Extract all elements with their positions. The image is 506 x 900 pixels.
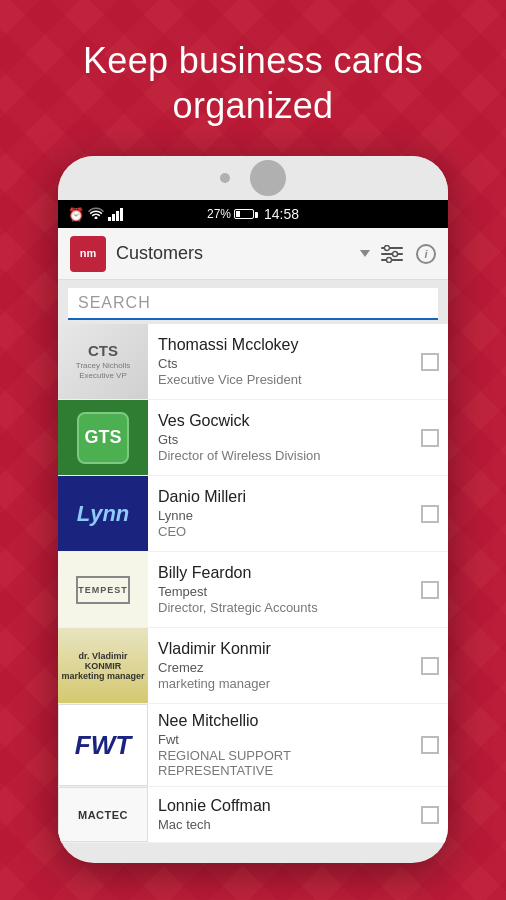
search-placeholder: SEARCH <box>78 294 151 312</box>
contact-name: Vladimir Konmir <box>158 640 402 658</box>
contact-info: Ves Gocwick Gts Director of Wireless Div… <box>148 400 412 475</box>
app-toolbar: nm Customers i <box>58 228 448 280</box>
search-bar[interactable]: SEARCH <box>68 288 438 320</box>
card-thumbnail-gts: GTS <box>58 400 148 475</box>
contact-info: Thomassi Mcclokey Cts Executive Vice Pre… <box>148 324 412 399</box>
phone-wrapper: ⏰ <box>0 156 506 863</box>
app-logo-text: nm <box>80 248 97 259</box>
status-time: 14:58 <box>264 206 299 222</box>
contact-name: Thomassi Mcclokey <box>158 336 402 354</box>
contact-name: Ves Gocwick <box>158 412 402 430</box>
contact-company: Gts <box>158 432 402 447</box>
list-item[interactable]: MACTEC Lonnie Coffman Mac tech <box>58 787 448 843</box>
contact-title: Executive Vice President <box>158 372 402 387</box>
battery-indicator: 27% <box>207 207 254 221</box>
phone-device: ⏰ <box>58 156 448 863</box>
checkbox[interactable] <box>421 657 439 675</box>
contact-info: Vladimir Konmir Cremez marketing manager <box>148 628 412 703</box>
contact-checkbox[interactable] <box>412 704 448 786</box>
contact-checkbox[interactable] <box>412 552 448 627</box>
sort-triangle-icon[interactable] <box>360 250 370 257</box>
contact-title: marketing manager <box>158 676 402 691</box>
battery-icon <box>234 209 254 219</box>
card-thumbnail-fwt: FWT <box>58 704 148 786</box>
list-item[interactable]: Lynn Danio Milleri Lynne CEO <box>58 476 448 552</box>
contact-info: Danio Milleri Lynne CEO <box>148 476 412 551</box>
status-bar: ⏰ <box>58 200 448 228</box>
hero-line2: organized <box>173 85 334 126</box>
contact-title: REGIONAL SUPPORT REPRESENTATIVE <box>158 748 402 778</box>
contact-name: Lonnie Coffman <box>158 797 402 815</box>
contact-info: Nee Mitchellio Fwt REGIONAL SUPPORT REPR… <box>148 704 412 786</box>
contact-checkbox[interactable] <box>412 787 448 842</box>
hero-line1: Keep business cards <box>83 40 423 81</box>
hero-text: Keep business cards organized <box>0 0 506 156</box>
contact-company: Lynne <box>158 508 402 523</box>
card-thumbnail-konmir: dr. VladimirKONMIRmarketing manager <box>58 628 148 703</box>
info-icon[interactable]: i <box>416 244 436 264</box>
contact-name: Danio Milleri <box>158 488 402 506</box>
contact-company: Cremez <box>158 660 402 675</box>
toolbar-title: Customers <box>116 243 346 264</box>
phone-top-bar <box>58 156 448 200</box>
contact-checkbox[interactable] <box>412 324 448 399</box>
toolbar-actions: i <box>380 242 436 266</box>
list-item[interactable]: GTS Ves Gocwick Gts Director of Wireless… <box>58 400 448 476</box>
contact-company: Fwt <box>158 732 402 747</box>
contact-title: Director of Wireless Division <box>158 448 402 463</box>
app-logo[interactable]: nm <box>70 236 106 272</box>
checkbox[interactable] <box>421 353 439 371</box>
card-thumbnail-tempest: TEMPEST <box>58 552 148 627</box>
checkbox[interactable] <box>421 736 439 754</box>
earpiece-speaker <box>250 160 286 196</box>
contact-info: Billy Feardon Tempest Director, Strategi… <box>148 552 412 627</box>
card-thumbnail-cts: CTS Tracey NichollsExecutive VP <box>58 324 148 399</box>
svg-point-3 <box>385 245 390 250</box>
list-item[interactable]: dr. VladimirKONMIRmarketing manager Vlad… <box>58 628 448 704</box>
list-item[interactable]: CTS Tracey NichollsExecutive VP Thomassi… <box>58 324 448 400</box>
checkbox[interactable] <box>421 429 439 447</box>
info-text: i <box>424 248 427 260</box>
wifi-icon <box>88 207 104 222</box>
checkbox[interactable] <box>421 581 439 599</box>
contact-list: CTS Tracey NichollsExecutive VP Thomassi… <box>58 324 448 843</box>
filter-icon[interactable] <box>380 242 404 266</box>
contact-company: Cts <box>158 356 402 371</box>
contact-company: Tempest <box>158 584 402 599</box>
contact-title: Director, Strategic Accounts <box>158 600 402 615</box>
card-thumbnail-mactec: MACTEC <box>58 787 148 842</box>
card-thumbnail-lynn: Lynn <box>58 476 148 551</box>
checkbox[interactable] <box>421 806 439 824</box>
status-time-area: 27% 14:58 <box>207 206 299 222</box>
list-item[interactable]: FWT Nee Mitchellio Fwt REGIONAL SUPPORT … <box>58 704 448 787</box>
list-item[interactable]: TEMPEST Billy Feardon Tempest Director, … <box>58 552 448 628</box>
signal-bars <box>108 207 123 221</box>
front-camera <box>220 173 230 183</box>
contact-info: Lonnie Coffman Mac tech <box>148 787 412 842</box>
alarm-icon: ⏰ <box>68 207 84 222</box>
contact-checkbox[interactable] <box>412 476 448 551</box>
contact-name: Nee Mitchellio <box>158 712 402 730</box>
contact-company: Mac tech <box>158 817 402 832</box>
battery-percent: 27% <box>207 207 231 221</box>
svg-point-4 <box>393 251 398 256</box>
checkbox[interactable] <box>421 505 439 523</box>
status-icons-left: ⏰ <box>68 207 123 222</box>
contact-checkbox[interactable] <box>412 400 448 475</box>
contact-title: CEO <box>158 524 402 539</box>
contact-checkbox[interactable] <box>412 628 448 703</box>
svg-point-5 <box>387 257 392 262</box>
contact-name: Billy Feardon <box>158 564 402 582</box>
